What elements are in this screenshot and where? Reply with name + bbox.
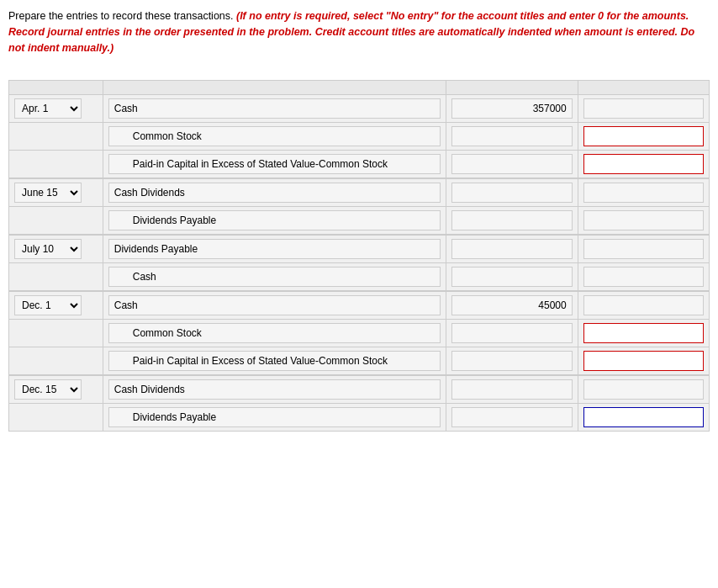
date-cell [9,263,103,292]
debit-cell[interactable] [446,375,578,404]
journal-entry-table: Apr. 1June 15July 10Dec. 1Dec. 15 [8,80,710,432]
credit-input[interactable] [583,379,704,400]
credit-cell[interactable] [578,151,709,179]
account-input[interactable] [108,407,441,427]
credit-input[interactable] [583,351,704,371]
debit-input[interactable] [451,295,572,315]
date-cell [9,151,103,179]
date-cell[interactable]: Dec. 1 [9,291,103,320]
credit-cell[interactable] [578,207,709,236]
table-row: Apr. 1 [9,95,710,123]
credit-cell[interactable] [578,263,709,292]
date-select[interactable]: July 10 [14,239,82,259]
credit-input[interactable] [583,295,704,315]
debit-cell[interactable] [446,95,578,123]
header-debit [446,81,578,95]
date-select[interactable]: Apr. 1 [14,98,82,119]
account-cell[interactable] [103,207,446,236]
table-row [9,263,710,292]
debit-input[interactable] [451,154,572,174]
date-select[interactable]: Dec. 15 [14,379,82,400]
table-row [9,320,710,347]
debit-cell[interactable] [446,320,578,347]
credit-input[interactable] [583,154,704,174]
credit-input[interactable] [583,239,704,259]
credit-cell[interactable] [578,178,709,207]
account-input[interactable] [108,98,441,119]
debit-cell[interactable] [446,207,578,236]
account-input[interactable] [108,239,441,259]
account-cell[interactable] [103,375,446,404]
account-cell[interactable] [103,123,446,151]
date-cell[interactable]: Apr. 1 [9,95,103,123]
table-row: Dec. 1 [9,291,710,320]
account-input[interactable] [108,379,441,400]
account-cell[interactable] [103,320,446,347]
credit-cell[interactable] [578,95,709,123]
debit-cell[interactable] [446,123,578,151]
debit-input[interactable] [451,323,572,343]
debit-cell[interactable] [446,291,578,320]
date-cell[interactable]: July 10 [9,235,103,263]
date-cell [9,123,103,151]
credit-input[interactable] [583,126,704,146]
date-cell [9,320,103,347]
account-cell[interactable] [103,95,446,123]
credit-cell[interactable] [578,320,709,347]
debit-input[interactable] [451,98,572,119]
debit-input[interactable] [451,239,572,259]
credit-input[interactable] [583,267,704,287]
account-cell[interactable] [103,347,446,376]
account-cell[interactable] [103,235,446,263]
account-cell[interactable] [103,263,446,292]
debit-cell[interactable] [446,404,578,432]
debit-cell[interactable] [446,347,578,376]
credit-input[interactable] [583,323,704,343]
account-input[interactable] [108,295,441,315]
table-row [9,404,710,432]
table-row [9,207,710,236]
account-input[interactable] [108,267,441,287]
account-cell[interactable] [103,404,446,432]
credit-input[interactable] [583,407,704,427]
debit-cell[interactable] [446,235,578,263]
credit-cell[interactable] [578,123,709,151]
credit-cell[interactable] [578,404,709,432]
date-cell [9,404,103,432]
account-input[interactable] [108,126,441,146]
table-header-row [9,81,710,95]
account-cell[interactable] [103,178,446,207]
debit-cell[interactable] [446,178,578,207]
debit-cell[interactable] [446,263,578,292]
credit-input[interactable] [583,98,704,119]
header-credit [578,81,709,95]
debit-input[interactable] [451,379,572,400]
credit-cell[interactable] [578,291,709,320]
credit-input[interactable] [583,210,704,230]
account-input[interactable] [108,210,441,230]
credit-cell[interactable] [578,375,709,404]
credit-cell[interactable] [578,235,709,263]
credit-cell[interactable] [578,347,709,376]
date-select[interactable]: June 15 [14,183,82,203]
debit-cell[interactable] [446,151,578,179]
header-account [103,81,446,95]
table-row: Dec. 15 [9,375,710,404]
debit-input[interactable] [451,267,572,287]
account-input[interactable] [108,183,441,203]
account-input[interactable] [108,154,441,174]
debit-input[interactable] [451,126,572,146]
date-cell[interactable]: June 15 [9,178,103,207]
debit-input[interactable] [451,210,572,230]
date-select[interactable]: Dec. 1 [14,295,82,315]
debit-input[interactable] [451,407,572,427]
debit-input[interactable] [451,183,572,203]
date-cell [9,207,103,236]
debit-input[interactable] [451,351,572,371]
account-input[interactable] [108,351,441,371]
credit-input[interactable] [583,183,704,203]
account-input[interactable] [108,323,441,343]
account-cell[interactable] [103,291,446,320]
date-cell[interactable]: Dec. 15 [9,375,103,404]
account-cell[interactable] [103,151,446,179]
